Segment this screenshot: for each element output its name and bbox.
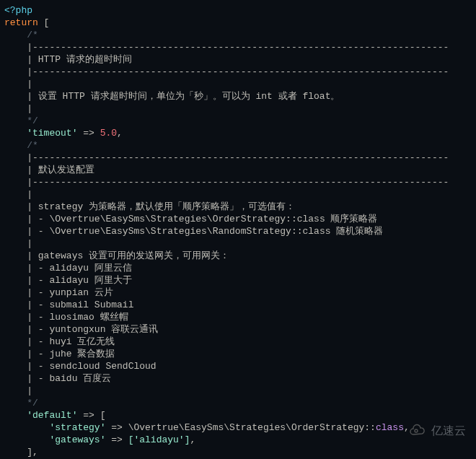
default-line: 'default' => [: [4, 409, 472, 421]
comment: |: [4, 102, 472, 115]
comment-gw: | - sendcloud SendCloud: [4, 360, 472, 372]
comment: */: [4, 397, 472, 409]
comment-order: | - \Overtrue\EasySms\Strategies\OrderSt…: [4, 213, 472, 225]
comment: |: [4, 385, 472, 397]
comment: |: [4, 237, 472, 250]
comment-title: | 默认发送配置: [4, 164, 472, 176]
comment-desc: | 设置 HTTP 请求超时时间，单位为「秒」。可以为 int 或者 float…: [4, 90, 472, 102]
strategy-line: 'strategy' => \Overtrue\EasySms\Strategi…: [4, 421, 472, 434]
comment-gw: | - baidu 百度云: [4, 372, 472, 385]
comment-gateways-intro: | gateways 设置可用的发送网关，可用网关：: [4, 250, 472, 262]
comment-strategy-intro: | strategy 为策略器，默认使用「顺序策略器」，可选值有：: [4, 201, 472, 213]
gateways-line: 'gateways' => ['alidayu'],: [4, 434, 472, 446]
comment: |---------------------------------------…: [4, 176, 472, 188]
php-open: <?php: [4, 4, 472, 17]
timeout-line: 'timeout' => 5.0,: [4, 127, 472, 139]
comment-gw: | - huyi 互亿无线: [4, 336, 472, 348]
comment: |---------------------------------------…: [4, 152, 472, 164]
comment: |---------------------------------------…: [4, 41, 472, 53]
comment-gw: | - submail Submail: [4, 299, 472, 311]
comment-title: | HTTP 请求的超时时间: [4, 53, 472, 66]
comment-gw: | - yuntongxun 容联云通讯: [4, 323, 472, 336]
comment-gw: | - luosimao 螺丝帽: [4, 311, 472, 323]
comment-random: | - \Overtrue\EasySms\Strategies\RandomS…: [4, 225, 472, 237]
comment-gw: | - yunpian 云片: [4, 287, 472, 299]
comment: |: [4, 78, 472, 90]
return-line: return [: [4, 17, 472, 29]
comment-gw: | - alidayu 阿里大于: [4, 274, 472, 287]
comment: */: [4, 115, 472, 127]
code-block: <?php return [ /* |---------------------…: [4, 4, 472, 458]
close-sub: ],: [4, 446, 472, 458]
comment-gw: | - juhe 聚合数据: [4, 348, 472, 360]
comment: /*: [4, 29, 472, 41]
comment: |---------------------------------------…: [4, 66, 472, 78]
comment: |: [4, 188, 472, 201]
comment: /*: [4, 139, 472, 152]
comment-gw: | - alidayu 阿里云信: [4, 262, 472, 274]
